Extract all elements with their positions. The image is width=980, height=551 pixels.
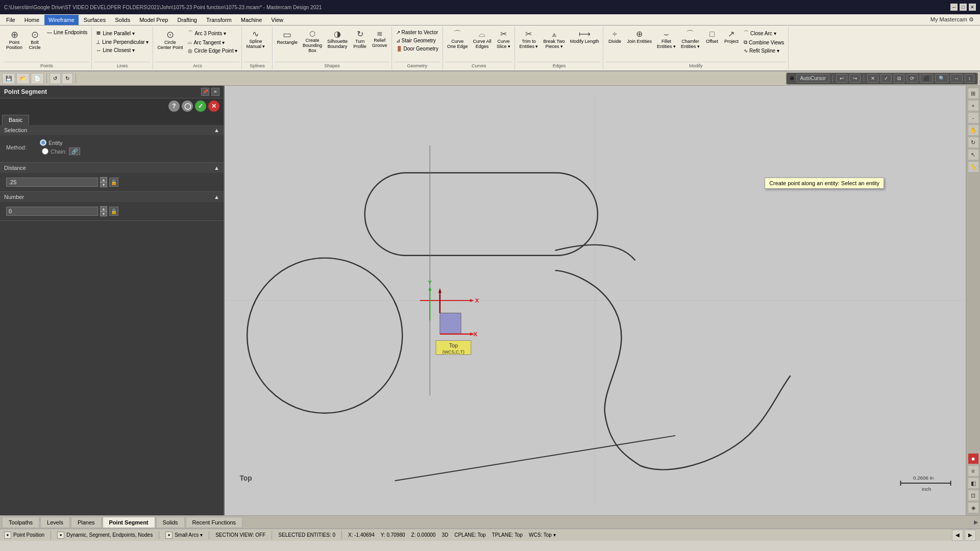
distance-header[interactable]: Distance ▲: [0, 163, 224, 173]
vp-btn-1[interactable]: ↩: [836, 74, 847, 83]
close-button[interactable]: ✕: [969, 4, 976, 11]
tabs-scroll-right[interactable]: ▶: [974, 519, 978, 525]
entity-radio[interactable]: [40, 139, 46, 146]
menu-wireframe[interactable]: Wireframe: [44, 15, 79, 25]
vp-btn-5[interactable]: ⧉: [894, 74, 904, 83]
vp-btn-6[interactable]: ⟳: [906, 74, 918, 83]
tab-levels[interactable]: Levels: [40, 517, 70, 528]
ok-button[interactable]: ✓: [195, 101, 206, 112]
menu-machine[interactable]: Machine: [237, 15, 266, 25]
toolbar-btn-3[interactable]: 📄: [31, 73, 44, 84]
modify-length-button[interactable]: ⟼ Modify Length: [568, 29, 601, 45]
rectangle-button[interactable]: ▭ Rectangle: [275, 29, 300, 46]
number-up[interactable]: ▲: [100, 206, 107, 211]
right-btn-red[interactable]: ■: [968, 453, 979, 464]
status-dynamic-segment[interactable]: ● Dynamic, Segment, Endpoints, Nodes: [57, 532, 153, 539]
status-back-btn[interactable]: ◀: [952, 530, 963, 541]
right-btn-zoom-out[interactable]: -: [968, 112, 979, 123]
point-position-button[interactable]: ⊕ PointPosition: [4, 29, 24, 52]
number-header[interactable]: Number ▲: [0, 192, 224, 202]
tab-point-segment[interactable]: Point Segment: [103, 517, 155, 528]
curve-all-edges-button[interactable]: ⌓ Curve AllEdges: [471, 29, 493, 51]
menu-view[interactable]: View: [267, 15, 287, 25]
arc-tangent-button[interactable]: ⌓ Arc Tangent ▾: [186, 38, 239, 46]
line-endpoints-button[interactable]: ― Line Endpoints: [45, 29, 89, 36]
help-neutral-button[interactable]: ?: [168, 101, 180, 112]
vp-btn-3[interactable]: ✕: [867, 74, 878, 83]
create-bounding-box-button[interactable]: ⬡ CreateBoundingBox: [301, 29, 324, 55]
right-btn-select[interactable]: ↖: [968, 149, 979, 160]
distance-input[interactable]: [6, 178, 98, 187]
status-point-position[interactable]: ● Point Position: [4, 532, 44, 539]
menu-solids[interactable]: Solids: [111, 15, 134, 25]
toolbar-btn-undo[interactable]: ↺: [50, 73, 61, 84]
refit-spline-button[interactable]: ∿Refit Spline ▾: [742, 47, 786, 55]
divide-button[interactable]: ÷ Divide: [605, 29, 624, 45]
curve-one-edge-button[interactable]: ⌒ CurveOne Edge: [445, 29, 470, 51]
right-btn-zoom-fit[interactable]: ⊞: [968, 88, 979, 99]
right-btn-rotate[interactable]: ↻: [968, 137, 979, 148]
menu-home[interactable]: Home: [20, 15, 43, 25]
right-btn-measure[interactable]: 📏: [968, 161, 979, 172]
chamfer-entities-button[interactable]: ⌒ ChamferEntities ▾: [679, 29, 702, 51]
toolbar-btn-redo[interactable]: ↻: [62, 73, 73, 84]
vp-btn-2[interactable]: ↪: [849, 74, 861, 83]
minimize-button[interactable]: ─: [950, 4, 958, 11]
menu-transform[interactable]: Transform: [202, 15, 236, 25]
cancel-button[interactable]: ✕: [208, 101, 219, 112]
number-lock[interactable]: 🔓: [109, 207, 118, 216]
tab-planes[interactable]: Planes: [71, 517, 102, 528]
chain-button[interactable]: 🔗: [69, 147, 80, 155]
vp-btn-7[interactable]: ⬛: [920, 74, 933, 83]
right-btn-gray3[interactable]: ⊡: [968, 490, 979, 501]
join-entities-button[interactable]: ⊕ Join Entities: [625, 29, 654, 45]
bolt-circle-button[interactable]: ⊙ BoltCircle: [26, 29, 44, 52]
silhouette-boundary-button[interactable]: ◑ SilhouetteBoundary: [325, 29, 350, 51]
circle-center-point-button[interactable]: ⊙ CircleCenter Point: [155, 29, 185, 52]
number-input[interactable]: [6, 207, 98, 216]
turn-profile-button[interactable]: ↻ TurnProfile: [351, 29, 369, 51]
project-button[interactable]: ↗ Project: [722, 29, 741, 45]
right-btn-gray1[interactable]: ≡: [968, 465, 979, 477]
arc-3points-button[interactable]: ⌒ Arc 3 Points ▾: [186, 29, 239, 38]
menu-file[interactable]: File: [2, 15, 19, 25]
spline-manual-button[interactable]: ∿ SplineManual ▾: [244, 29, 267, 51]
door-geometry-button[interactable]: 🚪 Door Geometry: [394, 45, 440, 53]
status-small-arcs[interactable]: ● Small Arcs ▾: [165, 532, 203, 539]
right-btn-gray4[interactable]: ◈: [968, 502, 979, 513]
selection-header[interactable]: Selection ▲: [0, 125, 224, 135]
relief-groove-button[interactable]: ≋ ReliefGroove: [370, 29, 389, 49]
neutral-button[interactable]: ◯: [182, 101, 193, 112]
chain-radio[interactable]: [42, 148, 48, 155]
distance-up[interactable]: ▲: [100, 177, 107, 182]
toolbar-btn-1[interactable]: 💾: [2, 73, 15, 84]
right-btn-zoom-in[interactable]: +: [968, 100, 979, 111]
menu-model-prep[interactable]: Model Prep: [135, 15, 172, 25]
menu-drafting[interactable]: Drafting: [173, 15, 201, 25]
vp-btn-10[interactable]: ↕: [965, 74, 974, 83]
circle-edge-point-button[interactable]: ◎ Circle Edge Point ▾: [186, 47, 239, 55]
distance-down[interactable]: ▼: [100, 182, 107, 187]
distance-lock[interactable]: 🔓: [109, 178, 118, 187]
vp-btn-4[interactable]: ✓: [880, 74, 892, 83]
trim-to-entities-button[interactable]: ✂ Trim toEntities ▾: [517, 29, 540, 51]
vp-btn-9[interactable]: ↔: [950, 74, 963, 83]
line-parallel-button[interactable]: 〓 Line Parallel ▾: [94, 29, 151, 38]
right-btn-gray2[interactable]: ◧: [968, 478, 979, 489]
close-arc-button[interactable]: ⌒Close Arc ▾: [742, 29, 786, 38]
autocursor-dropdown[interactable]: AutoCursor: [796, 74, 829, 83]
maximize-button[interactable]: □: [960, 4, 967, 11]
status-fwd-btn[interactable]: ▶: [965, 530, 976, 541]
right-btn-pan[interactable]: ✋: [968, 124, 979, 136]
menu-surfaces[interactable]: Surfaces: [80, 15, 110, 25]
offset-button[interactable]: □ Offset: [703, 29, 721, 45]
break-two-pieces-button[interactable]: ⟁ Break TwoPieces ▾: [542, 29, 567, 51]
tab-recent-functions[interactable]: Recent Functions: [186, 517, 243, 528]
line-perpendicular-button[interactable]: ⊥ Line Perpendicular ▾: [94, 38, 151, 46]
panel-pin-button[interactable]: 📌: [201, 88, 209, 96]
toolbar-btn-2[interactable]: 📂: [16, 73, 30, 84]
stair-geometry-button[interactable]: ⊿ Stair Geometry: [394, 37, 440, 44]
line-closest-button[interactable]: ↔ Line Closest ▾: [94, 46, 151, 54]
raster-to-vector-button[interactable]: ↗ Raster to Vector: [394, 29, 440, 36]
tab-basic[interactable]: Basic: [2, 115, 29, 125]
